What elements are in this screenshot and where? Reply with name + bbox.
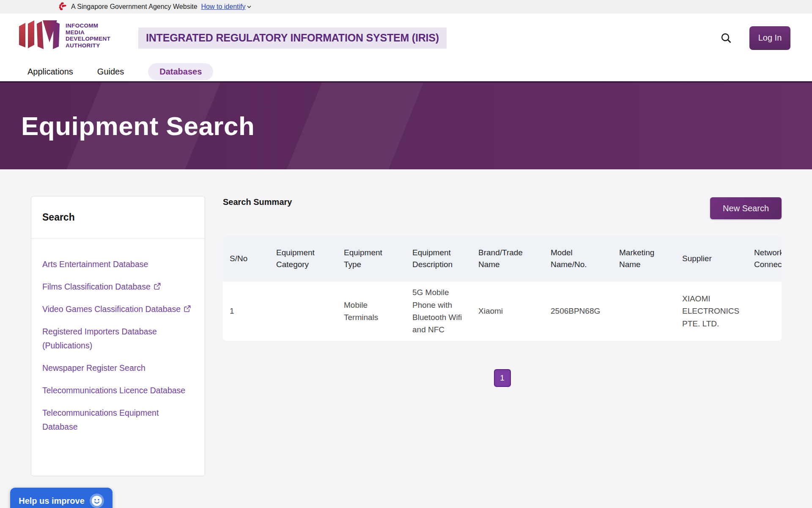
- cell-sno: 1: [223, 282, 269, 341]
- new-search-button[interactable]: New Search: [710, 197, 782, 219]
- nav-item-applications[interactable]: Applications: [27, 67, 73, 77]
- search-icon: [720, 32, 732, 44]
- nav-item-guides[interactable]: Guides: [97, 67, 124, 77]
- pagination-page-1-button[interactable]: 1: [494, 369, 511, 387]
- col-equipment-description: Equipment Description: [406, 236, 472, 282]
- sidebar-divider: [31, 238, 205, 239]
- cell-supplier: XIAOMI ELECTRONICS PTE. LTD.: [675, 282, 747, 341]
- cell-marketing-name: [612, 282, 675, 341]
- cell-network-connection: [747, 282, 782, 341]
- gov-banner: A Singapore Government Agency Website Ho…: [0, 0, 812, 14]
- hero-banner: Equipment Search: [0, 81, 812, 169]
- table-header-row: S/No Equipment Category Equipment Type E…: [223, 236, 782, 282]
- sidebar-title: Search: [42, 212, 194, 223]
- col-sno: S/No: [223, 236, 269, 282]
- header-actions: Log In: [720, 14, 790, 62]
- search-button[interactable]: [720, 32, 732, 44]
- cell-equipment-description: 5G Mobile Phone with Bluetooth Wifi and …: [406, 282, 472, 341]
- system-title: INTEGRATED REGULATORY INFORMATION SYSTEM…: [138, 28, 447, 49]
- nav-item-databases[interactable]: Databases: [148, 63, 213, 80]
- cell-equipment-type: Mobile Terminals: [337, 282, 406, 341]
- results-table-container: S/No Equipment Category Equipment Type E…: [223, 236, 782, 341]
- gov-banner-text: A Singapore Government Agency Website: [71, 3, 198, 11]
- col-equipment-type: Equipment Type: [337, 236, 406, 282]
- pagination: 1: [223, 369, 782, 387]
- sidebar-link-video-games-classification[interactable]: Video Games Classification Database: [42, 302, 194, 316]
- sidebar-link-telecom-licence[interactable]: Telecommunications Licence Database: [42, 384, 194, 398]
- site-header: INFOCOMM MEDIA DEVELOPMENT AUTHORITY INT…: [0, 14, 812, 62]
- col-brand-trade-name: Brand/Trade Name: [472, 236, 544, 282]
- imda-logo-wordmark: INFOCOMM MEDIA DEVELOPMENT AUTHORITY: [66, 22, 110, 49]
- feedback-label: Help us improve: [19, 496, 85, 506]
- cell-brand-trade-name: Xiaomi: [472, 282, 544, 341]
- col-supplier: Supplier: [675, 236, 747, 282]
- smiley-icon: [90, 494, 104, 508]
- col-marketing-name: Marketing Name: [612, 236, 675, 282]
- cell-model-name-no: 2506BPN68G: [544, 282, 612, 341]
- cell-equipment-category: [269, 282, 337, 341]
- external-link-icon: [153, 282, 161, 290]
- external-link-icon: [183, 305, 191, 313]
- sidebar-link-films-classification[interactable]: Films Classification Database: [42, 280, 194, 294]
- table-row: 1 Mobile Terminals 5G Mobile Phone with …: [223, 282, 782, 341]
- sidebar-link-registered-importers[interactable]: Registered Importers Database (Publicati…: [42, 325, 194, 353]
- sidebar-links: Arts Entertainment Database Films Classi…: [42, 257, 194, 434]
- sidebar-link-arts-entertainment[interactable]: Arts Entertainment Database: [42, 257, 194, 271]
- feedback-button[interactable]: Help us improve: [10, 488, 112, 508]
- page-body: Search Arts Entertainment Database Films…: [0, 169, 812, 508]
- how-to-identify-link[interactable]: How to identify: [201, 3, 252, 11]
- page-title: Equipment Search: [21, 111, 255, 141]
- col-equipment-category: Equipment Category: [269, 236, 337, 282]
- search-sidebar: Search Arts Entertainment Database Films…: [31, 196, 205, 476]
- main-nav: Applications Guides Databases: [0, 62, 812, 81]
- imda-logo: INFOCOMM MEDIA DEVELOPMENT AUTHORITY: [19, 19, 110, 52]
- sidebar-link-telecom-equipment[interactable]: Telecommunications Equipment Database: [42, 406, 194, 434]
- results-table: S/No Equipment Category Equipment Type E…: [223, 236, 782, 341]
- merlion-icon: [57, 2, 67, 12]
- col-model-name-no: Model Name/No.: [544, 236, 612, 282]
- login-button[interactable]: Log In: [749, 26, 790, 50]
- chevron-down-icon: [246, 4, 252, 10]
- search-summary-title: Search Summary: [223, 197, 292, 207]
- sidebar-link-newspaper-register[interactable]: Newspaper Register Search: [42, 361, 194, 375]
- imda-logo-icon: [19, 19, 60, 52]
- col-network-connection: Network Connection: [747, 236, 782, 282]
- results-section: Search Summary New Search S/No Equipment…: [223, 169, 782, 508]
